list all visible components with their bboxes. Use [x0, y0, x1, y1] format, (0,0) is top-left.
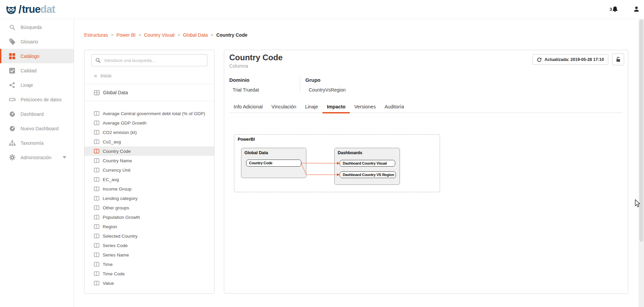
field-label: Dominio — [229, 77, 300, 83]
sidebar-item-nuevo-dashboard[interactable]: Nuevo Dashboard — [0, 121, 74, 136]
field-item-value[interactable]: Value — [84, 278, 214, 288]
impact-node-target-2[interactable]: Dashboard Country VS Region — [340, 171, 396, 178]
field-item-region[interactable]: Region — [84, 222, 214, 231]
field-item-income-group[interactable]: Income Group — [84, 184, 214, 194]
sidebar-item-dashboard[interactable]: Dashboard — [0, 107, 74, 121]
breadcrumb-link-global-data[interactable]: Global Data — [183, 32, 208, 38]
column-icon — [94, 121, 99, 125]
target-group-label: Dashboards — [338, 150, 362, 155]
breadcrumb-link-country-visual[interactable]: Country Visual — [144, 32, 175, 38]
breadcrumb-link-power-bi[interactable]: Power BI — [116, 32, 136, 38]
field-item-label: Time Code — [103, 271, 125, 276]
sitemap-icon — [9, 140, 15, 146]
field-item-other-groups[interactable]: Other groups — [84, 203, 214, 212]
refresh-icon — [537, 57, 542, 62]
field-item-time-code[interactable]: Time Code — [84, 269, 214, 278]
tab-impacto[interactable]: Impacto — [323, 103, 350, 113]
field-label: Grupo — [305, 77, 346, 83]
field-item-average-central-government-debt-total-of-gdp[interactable]: Average Central government debt total (%… — [84, 109, 214, 118]
field-item-label: Series Code — [103, 243, 128, 248]
breadcrumb-link-estructuras[interactable]: Estructuras — [84, 32, 108, 38]
field-item-lending-category[interactable]: Lending category — [84, 194, 214, 203]
tab-vinculacion[interactable]: Vinculación — [267, 103, 301, 113]
updated-timestamp: Actualizada: 2019-05-28 17:10 — [545, 57, 604, 62]
sidebar-item-label: Glosario — [21, 39, 38, 44]
table-icon — [94, 90, 100, 95]
logo-text-dat: dat — [40, 3, 55, 15]
search-icon — [95, 58, 101, 63]
back-to-home-link[interactable]: « Inicio — [84, 70, 214, 84]
field-item-label: CO2 emision (kt) — [103, 130, 137, 135]
sidebar-item-catalogo[interactable]: Catálogo — [0, 49, 74, 63]
unlock-button[interactable] — [612, 54, 624, 65]
vertical-scrollbar[interactable] — [639, 19, 644, 307]
sidebar-item-label: Búsqueda — [21, 25, 42, 30]
column-icon — [94, 196, 99, 201]
field-item-country-code[interactable]: Country Code — [84, 146, 214, 156]
column-icon — [94, 111, 99, 116]
source-group-label: Global Data — [244, 150, 268, 155]
field-item-co2-emision-kt[interactable]: CO2 emision (kt) — [84, 128, 214, 137]
system-cluster-label: PowerBI — [238, 137, 255, 142]
tab-linaje[interactable]: Linaje — [301, 103, 323, 113]
sidebar-item-linaje[interactable]: Linaje — [0, 78, 74, 92]
sidebar-item-administracion[interactable]: Administración — [0, 150, 74, 165]
page-title: Country Code — [229, 53, 283, 62]
field-item-average-gdp-growth[interactable]: Average GDP Growth — [84, 118, 214, 128]
notifications-button[interactable]: 3 — [610, 6, 618, 12]
sidebar-item-busqueda[interactable]: Búsqueda — [0, 20, 74, 34]
field-list: Average Central government debt total (%… — [84, 101, 214, 288]
column-icon — [94, 168, 99, 172]
field-item-label: Value — [103, 281, 114, 286]
field-item-series-name[interactable]: Series Name — [84, 250, 214, 260]
main-content: Estructuras>Power BI>Country Visual>Glob… — [74, 19, 639, 307]
sidebar-item-label: Dashboard — [21, 111, 44, 117]
sidebar-item-calidad[interactable]: Calidad — [0, 63, 74, 78]
field-item-label: Co2_avg — [103, 139, 121, 144]
field-item-time[interactable]: Time — [84, 260, 214, 269]
owl-logo-icon — [5, 3, 18, 16]
tag-icon — [9, 38, 15, 45]
field-item-population-growth[interactable]: Population Growth — [84, 212, 214, 222]
share-icon — [9, 82, 15, 88]
field-item-label: Selected Country — [103, 234, 138, 239]
field-item-country-name[interactable]: Country Name — [84, 156, 214, 165]
sidebar-item-label: Catálogo — [21, 54, 39, 59]
tab-info-adicional[interactable]: Info Adicional — [229, 103, 267, 113]
breadcrumb-separator: > — [211, 33, 213, 37]
impact-node-target-1[interactable]: Dashboard Country Visual — [340, 160, 395, 167]
bell-icon — [612, 6, 618, 12]
breadcrumb-separator: > — [177, 33, 180, 37]
sidebar-item-taxonomia[interactable]: Taxonomía — [0, 136, 74, 150]
field-item-label: Country Name — [103, 158, 132, 163]
sidebar-item-glosario[interactable]: Glosario — [0, 34, 74, 49]
user-menu-button[interactable] — [634, 6, 639, 12]
tab-auditoria[interactable]: Auditoría — [380, 103, 408, 113]
field-value: CountryVsRegion — [309, 87, 346, 93]
impact-node-source[interactable]: Country Code — [246, 160, 301, 167]
detail-tabs: Info AdicionalVinculaciónLinajeImpactoVe… — [229, 103, 623, 113]
field-item-currency-unit[interactable]: Currency Unit — [84, 165, 214, 175]
column-icon — [94, 271, 99, 276]
parent-structure-link[interactable]: Global Data — [84, 84, 214, 101]
parent-structure-label: Global Data — [103, 90, 128, 95]
field-item-label: Lending category — [103, 196, 138, 201]
check-square-icon — [9, 68, 15, 74]
structure-fields: Dominio Trial Truedat Grupo CountryVsReg… — [229, 77, 346, 93]
structure-search-input[interactable] — [91, 54, 207, 66]
field-item-series-code[interactable]: Series Code — [84, 241, 214, 250]
refresh-updated-button[interactable]: Actualizada: 2019-05-28 17:10 — [533, 54, 608, 65]
scrollbar-thumb[interactable] — [639, 20, 643, 242]
field-grupo: Grupo CountryVsRegion — [300, 77, 346, 93]
column-icon — [94, 177, 99, 182]
field-item-selected-country[interactable]: Selected Country — [84, 231, 214, 241]
sidebar-item-peticiones-de-datos[interactable]: Peticiones de datos — [0, 92, 74, 107]
field-item-ec-avg[interactable]: EC_avg — [84, 175, 214, 184]
gear-icon — [9, 154, 15, 161]
structure-browser-panel: « Inicio Global Data Average Central gov… — [84, 50, 214, 294]
tab-versiones[interactable]: Versiones — [350, 103, 380, 113]
field-value: Trial Truedat — [233, 87, 300, 93]
field-item-co2-avg[interactable]: Co2_avg — [84, 137, 214, 146]
field-item-label: Time — [103, 262, 113, 267]
truedat-logo[interactable]: / true dat — [5, 3, 55, 16]
